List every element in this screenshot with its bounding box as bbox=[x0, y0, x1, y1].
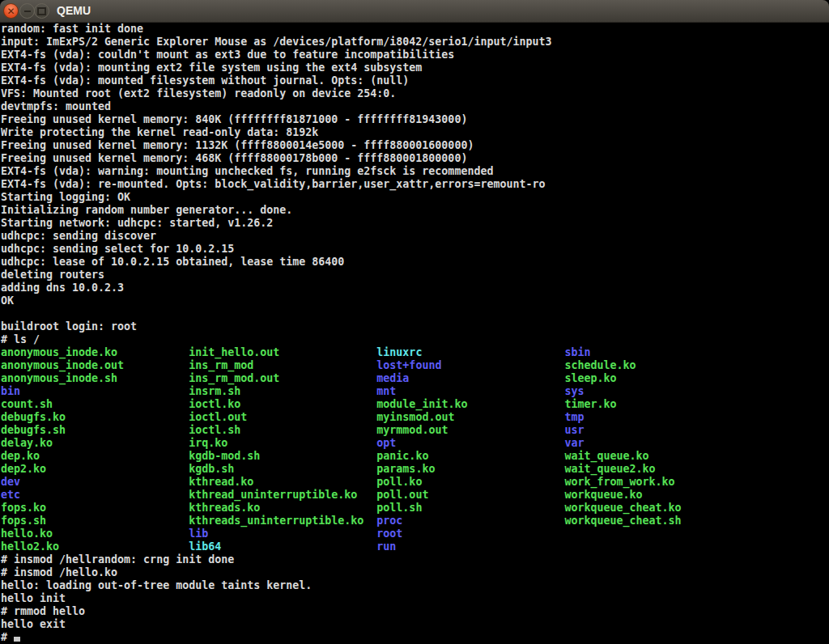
console-text: VFS: Mounted root (ext2 filesystem) read… bbox=[1, 87, 396, 100]
file-name: ins_rm_mod.out bbox=[189, 372, 376, 384]
file-name: myrmmod.out bbox=[376, 424, 564, 436]
file-name: run bbox=[376, 540, 396, 553]
console-text: # insmod /hello.ko bbox=[1, 566, 117, 578]
console-text: hello: loading out-of-tree module taints… bbox=[1, 579, 312, 591]
console-text: # ls / bbox=[1, 333, 40, 345]
console-text: Freeing unused kernel memory: 840K (ffff… bbox=[1, 113, 467, 125]
file-name: dep2.ko bbox=[1, 463, 189, 475]
file-name: workqueue_cheat.sh bbox=[565, 515, 682, 527]
file-name: dep.ko bbox=[1, 450, 189, 462]
terminal-screen[interactable]: random: fast init doneinput: ImExPS/2 Ge… bbox=[0, 23, 829, 644]
console-line: EXT4-fs (vda): re-mounted. Opts: block_v… bbox=[0, 178, 829, 191]
file-name: dev bbox=[1, 476, 189, 488]
ls-row: hello2.ko lib64 run bbox=[0, 540, 829, 553]
file-name: etc bbox=[1, 489, 189, 501]
console-line: # ls / bbox=[0, 333, 829, 346]
file-name: tmp bbox=[565, 411, 585, 423]
ls-row: count.sh ioctl.ko module_init.ko timer.k… bbox=[0, 398, 829, 411]
console-line: hello: loading out-of-tree module taints… bbox=[0, 579, 829, 592]
console-text: udhcpc: lease of 10.0.2.15 obtained, lea… bbox=[1, 256, 344, 268]
file-name: irq.ko bbox=[189, 437, 376, 449]
console-text: Freeing unused kernel memory: 1132K (fff… bbox=[1, 139, 474, 151]
console-text: EXT4-fs (vda): couldn't mount as ext3 du… bbox=[1, 49, 454, 61]
console-line: OK bbox=[0, 294, 829, 307]
file-name: work_from_work.ko bbox=[565, 476, 675, 488]
console-line: Initializing random number generator... … bbox=[0, 204, 829, 217]
close-icon: ✕ bbox=[6, 6, 15, 16]
maximize-button[interactable] bbox=[34, 3, 49, 19]
file-name: sleep.ko bbox=[565, 372, 617, 384]
file-name: hello.ko bbox=[1, 527, 189, 540]
console-text: OK bbox=[1, 294, 14, 307]
console-text: Starting network: udhcpc: started, v1.26… bbox=[1, 217, 273, 229]
console-text: udhcpc: sending select for 10.0.2.15 bbox=[1, 243, 234, 255]
ls-row: dep.ko kgdb-mod.sh panic.ko wait_queue.k… bbox=[0, 450, 829, 463]
file-name: init_hello.out bbox=[189, 346, 376, 358]
console-text: input: ImExPS/2 Generic Explorer Mouse a… bbox=[1, 36, 551, 48]
file-name: wait_queue.ko bbox=[565, 450, 649, 462]
file-name: schedule.ko bbox=[565, 359, 636, 371]
ls-row: dep2.ko kgdb.sh params.ko wait_queue2.ko bbox=[0, 463, 829, 476]
console-text: # insmod /hellrandom: crng init done bbox=[1, 553, 234, 566]
console-line: deleting routers bbox=[0, 269, 829, 282]
console-text: buildroot login: root bbox=[1, 320, 137, 333]
console-text: devtmpfs: mounted bbox=[1, 100, 111, 112]
console-line: Freeing unused kernel memory: 468K (ffff… bbox=[0, 152, 829, 165]
file-name: ioctl.ko bbox=[189, 398, 376, 410]
file-name: anonymous_inode.out bbox=[1, 359, 189, 371]
minimize-button[interactable] bbox=[19, 3, 35, 19]
console-line: udhcpc: sending select for 10.0.2.15 bbox=[0, 243, 829, 256]
file-name: ins_rm_mod bbox=[189, 359, 376, 371]
ls-row: fops.sh kthreads_uninterruptible.ko proc… bbox=[0, 515, 829, 527]
console-line: EXT4-fs (vda): mounting ext2 file system… bbox=[0, 61, 829, 74]
file-name: kthread.ko bbox=[189, 476, 376, 488]
console-text: random: fast init done bbox=[1, 23, 143, 35]
file-name: ioctl.out bbox=[189, 411, 376, 423]
file-name: opt bbox=[376, 437, 564, 449]
file-name: workqueue.ko bbox=[565, 489, 643, 501]
file-name: lib bbox=[189, 527, 376, 540]
console-text: Freeing unused kernel memory: 468K (ffff… bbox=[1, 152, 467, 164]
file-name: fops.sh bbox=[1, 515, 189, 527]
close-button[interactable]: ✕ bbox=[3, 3, 19, 19]
file-name: wait_queue2.ko bbox=[565, 463, 656, 475]
file-name: usr bbox=[565, 424, 585, 436]
ls-row: anonymous_inode.sh ins_rm_mod.out media … bbox=[0, 372, 829, 385]
file-name: var bbox=[565, 437, 585, 449]
file-name: myinsmod.out bbox=[376, 411, 564, 423]
console-line: buildroot login: root bbox=[0, 320, 829, 333]
file-name: workqueue_cheat.ko bbox=[565, 502, 682, 514]
qemu-window: ✕ QEMU random: fast init doneinput: ImEx… bbox=[0, 0, 829, 644]
console-text: Write protecting the kernel read-only da… bbox=[1, 126, 318, 138]
file-name: panic.ko bbox=[376, 450, 564, 462]
console-line: VFS: Mounted root (ext2 filesystem) read… bbox=[0, 87, 829, 100]
ls-row: anonymous_inode.ko init_hello.out linuxr… bbox=[0, 346, 829, 359]
console-text: adding dns 10.0.2.3 bbox=[1, 282, 124, 294]
file-name: kgdb.sh bbox=[189, 463, 376, 475]
console-line: Freeing unused kernel memory: 840K (ffff… bbox=[0, 113, 829, 126]
file-name: module_init.ko bbox=[376, 398, 564, 410]
console-line: random: fast init done bbox=[0, 23, 829, 36]
console-line: hello exit bbox=[0, 618, 829, 631]
file-name: anonymous_inode.ko bbox=[1, 346, 189, 358]
file-name: bin bbox=[1, 385, 189, 397]
prompt-line: # bbox=[0, 631, 829, 644]
file-name: fops.ko bbox=[1, 502, 189, 514]
file-name: timer.ko bbox=[565, 398, 617, 410]
titlebar[interactable]: ✕ QEMU bbox=[0, 0, 829, 23]
file-name: linuxrc bbox=[376, 346, 564, 358]
file-name: media bbox=[376, 372, 564, 384]
ls-row: fops.ko kthreads.ko poll.sh workqueue_ch… bbox=[0, 502, 829, 515]
ls-row: hello.ko lib root bbox=[0, 527, 829, 540]
file-name: insrm.sh bbox=[189, 385, 376, 397]
ls-row: bin insrm.sh mnt sys bbox=[0, 385, 829, 398]
window-title: QEMU bbox=[57, 0, 91, 22]
file-name: lib64 bbox=[189, 540, 376, 553]
console-line: EXT4-fs (vda): mounted filesystem withou… bbox=[0, 74, 829, 87]
file-name: mnt bbox=[376, 385, 564, 397]
terminal-cursor bbox=[14, 637, 20, 642]
console-line: adding dns 10.0.2.3 bbox=[0, 282, 829, 294]
console-line bbox=[0, 307, 829, 320]
file-name: debugfs.ko bbox=[1, 411, 189, 423]
console-text: EXT4-fs (vda): mounting ext2 file system… bbox=[1, 61, 422, 74]
